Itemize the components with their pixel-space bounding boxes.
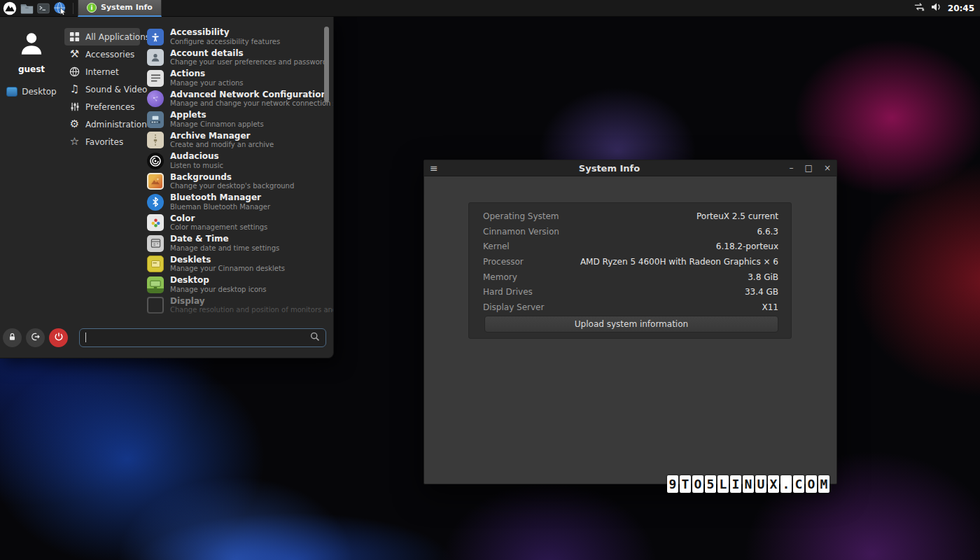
app-item-desklets[interactable]: Desklets Manage your Cinnamon desklets bbox=[146, 254, 332, 275]
watermark-letter: C bbox=[793, 475, 804, 493]
color-pinwheel-icon bbox=[147, 214, 164, 231]
system-info-window: ≡ System Info – □ × Operating System Por… bbox=[424, 160, 837, 484]
category-sound-video[interactable]: ♫ Sound & Video bbox=[64, 80, 140, 98]
accessibility-icon bbox=[147, 29, 164, 46]
watermark-letter: . bbox=[780, 475, 792, 493]
app-item-display[interactable]: Display Change resolution and position o… bbox=[146, 295, 332, 316]
menu-bottom-bar bbox=[0, 323, 333, 358]
desktop-place-icon bbox=[6, 87, 18, 97]
info-row-operating-system: Operating System PorteuX 2.5 current bbox=[483, 209, 778, 224]
applets-icon bbox=[147, 111, 164, 128]
terminal-launcher[interactable] bbox=[35, 0, 52, 17]
lock-button[interactable] bbox=[3, 328, 22, 347]
network-offline-icon[interactable] bbox=[913, 1, 925, 15]
maximize-button[interactable]: □ bbox=[805, 164, 813, 172]
lock-icon bbox=[8, 331, 17, 344]
category-internet[interactable]: Internet bbox=[64, 63, 140, 80]
archive-icon bbox=[147, 132, 164, 148]
titlebar[interactable]: ≡ System Info – □ × bbox=[424, 160, 836, 176]
user-avatar[interactable] bbox=[18, 29, 46, 57]
menu-app-list: Accessibility Configure accessibility fe… bbox=[141, 17, 333, 323]
info-row-memory: Memory 3.8 GiB bbox=[483, 270, 778, 285]
watermark-letter: O bbox=[692, 475, 704, 493]
info-icon: i bbox=[87, 3, 97, 13]
globe-cursor-icon bbox=[53, 1, 67, 15]
power-icon bbox=[54, 331, 64, 344]
taskbar-item-label: System Info bbox=[101, 3, 153, 12]
info-row-display-server: Display Server X11 bbox=[483, 300, 778, 315]
minimize-button[interactable]: – bbox=[790, 164, 794, 172]
list-icon bbox=[147, 70, 164, 87]
music-note-icon: ♫ bbox=[69, 83, 80, 95]
app-item-backgrounds[interactable]: Backgrounds Change your desktop's backgr… bbox=[146, 172, 332, 192]
info-row-processor: Processor AMD Ryzen 5 4600H with Radeon … bbox=[483, 254, 778, 270]
sliders-icon bbox=[69, 101, 80, 113]
app-list-scrollbar[interactable] bbox=[324, 27, 329, 102]
app-item-audacious[interactable]: Audacious Listen to music bbox=[146, 150, 332, 172]
app-item-advanced-network-configuration[interactable]: Advanced Network Configuration Manage an… bbox=[146, 89, 332, 110]
desklet-icon bbox=[147, 255, 164, 272]
panel-launchers bbox=[0, 0, 69, 16]
panel-separator bbox=[73, 3, 74, 14]
app-item-account-details[interactable]: Account details Change your user prefere… bbox=[146, 48, 332, 69]
category-favorites[interactable]: ☆ Favorites bbox=[64, 133, 140, 150]
volume-icon[interactable] bbox=[931, 1, 942, 15]
app-item-color[interactable]: Color Color management settings bbox=[146, 213, 332, 234]
network-sphere-icon bbox=[147, 90, 164, 107]
web-browser-launcher[interactable] bbox=[52, 0, 69, 17]
system-tray: 20:45 bbox=[913, 0, 980, 16]
info-row-kernel: Kernel 6.18.2-porteux bbox=[483, 239, 778, 254]
app-item-actions[interactable]: Actions Manage your actions bbox=[146, 68, 332, 89]
application-menu: guest Desktop All Applications ⚒ Accesso… bbox=[0, 17, 334, 358]
app-item-applets[interactable]: Applets Manage Cinnamon applets bbox=[146, 109, 332, 130]
menu-search-box[interactable] bbox=[79, 328, 326, 347]
display-icon bbox=[147, 297, 164, 314]
category-administration[interactable]: ⚙ Administration bbox=[64, 115, 140, 133]
category-all-applications[interactable]: All Applications bbox=[64, 28, 140, 46]
watermark: 9TO5LINUX.COM bbox=[667, 475, 830, 493]
taskbar-item-system-info[interactable]: i System Info bbox=[78, 0, 162, 17]
top-panel: i System Info 20:45 bbox=[0, 0, 980, 17]
file-manager-launcher[interactable] bbox=[18, 0, 35, 17]
watermark-letter: M bbox=[818, 475, 830, 493]
terminal-icon bbox=[37, 3, 50, 14]
watermark-letter: 9 bbox=[667, 475, 678, 493]
app-item-archive-manager[interactable]: Archive Manager Create and modify an arc… bbox=[146, 130, 332, 151]
category-accessories[interactable]: ⚒ Accessories bbox=[64, 46, 140, 63]
app-item-bluetooth-manager[interactable]: Bluetooth Manager Blueman Bluetooth Mana… bbox=[146, 192, 332, 213]
watermark-letter: O bbox=[806, 475, 817, 493]
star-icon: ☆ bbox=[69, 136, 80, 148]
logout-icon bbox=[31, 331, 41, 344]
picture-icon bbox=[147, 173, 164, 190]
audacious-icon bbox=[147, 153, 164, 169]
app-item-accessibility[interactable]: Accessibility Configure accessibility fe… bbox=[146, 27, 332, 48]
window-controls: – □ × bbox=[775, 164, 831, 172]
app-item-date-time[interactable]: Date & Time Manage date and time setting… bbox=[146, 233, 332, 254]
watermark-letter: I bbox=[730, 475, 741, 493]
logout-button[interactable] bbox=[26, 328, 45, 347]
menu-main: guest Desktop All Applications ⚒ Accesso… bbox=[0, 17, 333, 323]
watermark-letter: N bbox=[743, 475, 754, 493]
close-button[interactable]: × bbox=[824, 164, 831, 172]
app-item-desktop[interactable]: Desktop Manage your desktop icons bbox=[146, 274, 332, 295]
gear-icon: ⚙ bbox=[69, 118, 80, 130]
panel-clock[interactable]: 20:45 bbox=[948, 4, 974, 13]
search-input[interactable] bbox=[86, 332, 310, 342]
menu-user-column: guest Desktop bbox=[0, 17, 63, 323]
user-card-icon bbox=[147, 49, 164, 66]
bluetooth-icon bbox=[147, 194, 164, 211]
watermark-letter: X bbox=[768, 475, 779, 493]
desktop-wallpaper: i System Info 20:45 guest Desk bbox=[0, 0, 980, 560]
search-icon bbox=[310, 331, 320, 344]
watermark-letter: T bbox=[680, 475, 691, 493]
menu-button[interactable] bbox=[1, 0, 18, 17]
watermark-letter: 5 bbox=[705, 475, 716, 493]
category-preferences[interactable]: Preferences bbox=[64, 98, 140, 115]
menu-categories: All Applications ⚒ Accessories Internet … bbox=[63, 17, 141, 323]
shutdown-button[interactable] bbox=[49, 328, 68, 347]
place-item-desktop[interactable]: Desktop bbox=[6, 87, 57, 97]
info-row-cinnamon-version: Cinnamon Version 6.6.3 bbox=[483, 224, 778, 239]
window-menu-icon[interactable]: ≡ bbox=[430, 162, 444, 174]
upload-system-information-button[interactable]: Upload system information bbox=[484, 316, 778, 332]
watermark-letter: U bbox=[755, 475, 766, 493]
